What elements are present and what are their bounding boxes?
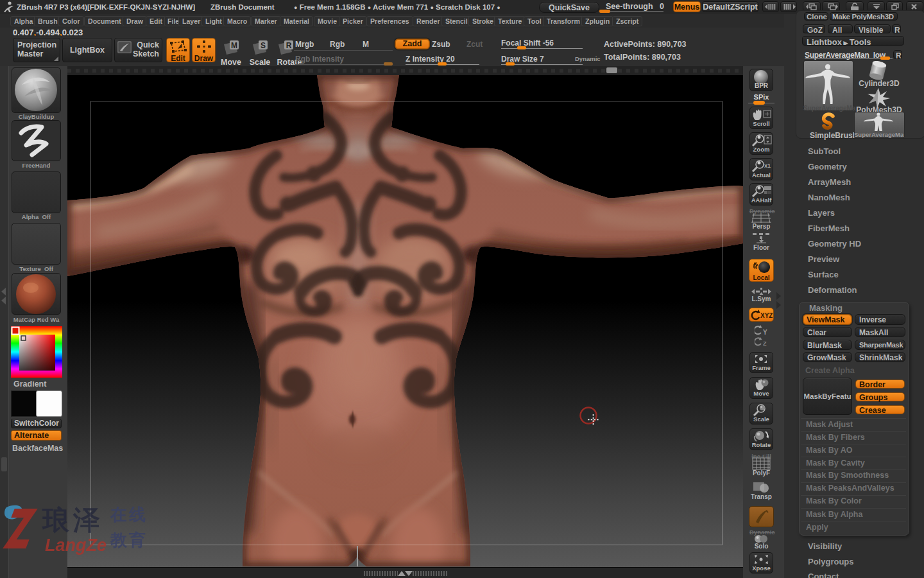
svg-text:教育: 教育 [110,530,148,550]
svg-text:XYZ: XYZ [760,312,773,319]
svg-text:Y: Y [763,329,767,336]
svg-text:S: S [261,41,266,50]
svg-text:LangZe: LangZe [45,536,107,555]
svg-text:M: M [231,41,237,50]
svg-text:在线: 在线 [110,505,148,524]
svg-text:琅泽: 琅泽 [41,505,104,535]
svg-text:R: R [286,41,292,50]
svg-text:Z: Z [763,340,767,347]
svg-text:x1: x1 [764,162,771,169]
